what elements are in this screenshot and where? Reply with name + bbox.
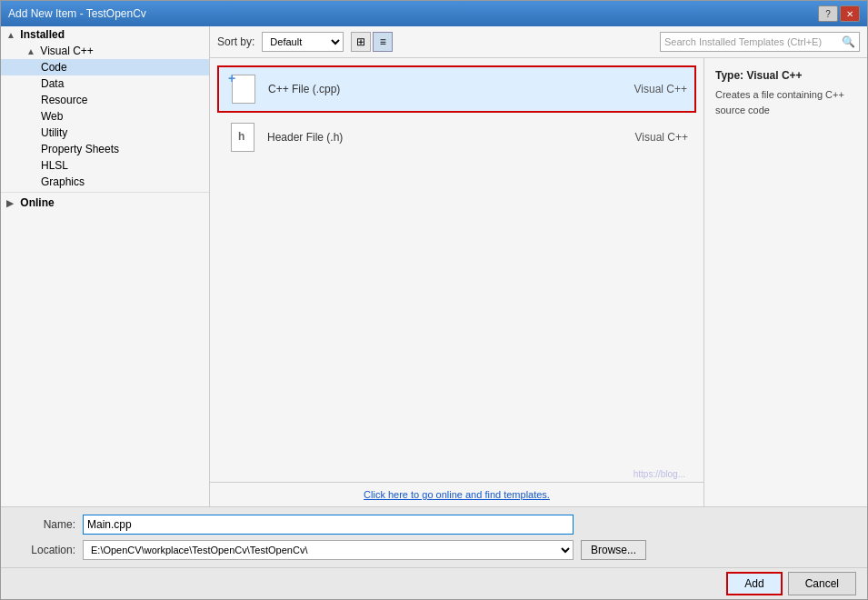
help-button[interactable]: ?: [818, 5, 838, 22]
left-panel: ▲ Installed ▲ Visual C++ Code Data Resou…: [1, 26, 210, 506]
tree-separator: [1, 192, 209, 193]
online-node[interactable]: ▶ Online: [1, 195, 209, 211]
info-panel: Type: Visual C++ Creates a file containi…: [703, 58, 867, 506]
online-label: Online: [20, 196, 54, 209]
installed-node[interactable]: ▲ Installed: [1, 26, 209, 43]
template-item-cpp[interactable]: + C++ File (.cpp) Visual C++: [217, 65, 696, 113]
sidebar-item-label: Graphics: [41, 175, 85, 188]
visual-cpp-node[interactable]: ▲ Visual C++: [1, 43, 209, 59]
template-type-cpp: Visual C++: [634, 83, 687, 95]
online-link-bar: Click here to go online and find templat…: [210, 482, 703, 506]
browse-button[interactable]: Browse...: [581, 540, 646, 560]
location-select[interactable]: E:\OpenCV\workplace\TestOpenCv\TestOpenC…: [83, 540, 574, 560]
watermark: https://blog...: [634, 469, 685, 479]
expand-icon-online: ▶: [6, 198, 17, 208]
header-file-icon: h: [225, 121, 258, 154]
sidebar-item-graphics[interactable]: Graphics: [1, 174, 209, 190]
template-type-h: Visual C++: [635, 131, 688, 144]
close-button[interactable]: ✕: [840, 5, 860, 22]
titlebar: Add New Item - TestOpenCv ? ✕: [1, 1, 867, 26]
list-view-button[interactable]: ≡: [373, 32, 393, 52]
sidebar-item-resource[interactable]: Resource: [1, 92, 209, 108]
sort-label: Sort by:: [217, 35, 254, 48]
templates-area: + C++ File (.cpp) Visual C++ h: [210, 58, 867, 506]
action-buttons: Add Cancel: [1, 567, 867, 599]
online-link[interactable]: Click here to go online and find templat…: [364, 489, 550, 500]
expand-icon-cpp: ▲: [26, 46, 37, 56]
toolbar: Sort by: Default ⊞ ≡ Search Installed Te…: [210, 26, 867, 58]
titlebar-buttons: ? ✕: [818, 5, 860, 22]
main-content: ▲ Installed ▲ Visual C++ Code Data Resou…: [1, 26, 867, 506]
sidebar-item-label: HLSL: [41, 159, 68, 172]
plus-icon: +: [228, 71, 235, 85]
sidebar-item-code[interactable]: Code: [1, 59, 209, 75]
sidebar-item-web[interactable]: Web: [1, 108, 209, 125]
right-panel: Sort by: Default ⊞ ≡ Search Installed Te…: [210, 26, 867, 506]
sidebar-item-label: Property Sheets: [41, 143, 119, 155]
installed-label: Installed: [20, 28, 65, 41]
sidebar-item-hlsl[interactable]: HLSL: [1, 157, 209, 174]
location-row: Location: E:\OpenCV\workplace\TestOpenCv…: [12, 540, 856, 560]
template-name-cpp: C++ File (.cpp): [268, 83, 625, 95]
template-name-h: Header File (.h): [267, 131, 626, 144]
search-box[interactable]: Search Installed Templates (Ctrl+E) 🔍: [660, 32, 860, 52]
sidebar-item-utility[interactable]: Utility: [1, 125, 209, 141]
info-type: Type: Visual C++: [715, 69, 856, 82]
template-item-h[interactable]: h Header File (.h) Visual C++: [217, 115, 696, 160]
visual-cpp-label: Visual C++: [40, 45, 93, 57]
templates-list: + C++ File (.cpp) Visual C++ h: [210, 58, 703, 482]
name-label: Name:: [12, 518, 75, 531]
type-prefix: Type:: [715, 69, 746, 82]
templates-container: + C++ File (.cpp) Visual C++ h: [210, 58, 703, 506]
grid-view-button[interactable]: ⊞: [351, 32, 371, 52]
sort-select[interactable]: Default: [262, 32, 344, 52]
sidebar-item-label: Data: [41, 77, 64, 90]
expand-icon: ▲: [6, 30, 17, 40]
sidebar-item-label: Code: [41, 61, 67, 74]
view-buttons: ⊞ ≡: [351, 32, 393, 52]
sidebar-item-property-sheets[interactable]: Property Sheets: [1, 141, 209, 157]
search-icon: 🔍: [842, 35, 855, 48]
location-label: Location:: [12, 544, 75, 556]
add-button[interactable]: Add: [726, 572, 782, 595]
name-input[interactable]: [83, 515, 574, 535]
bottom-bar: Name: Location: E:\OpenCV\workplace\Test…: [1, 506, 867, 567]
search-placeholder: Search Installed Templates (Ctrl+E): [664, 36, 840, 47]
h-letter-icon: h: [238, 130, 244, 143]
sidebar-item-label: Utility: [41, 126, 67, 139]
type-value: Visual C++: [746, 69, 802, 82]
cancel-button[interactable]: Cancel: [788, 572, 856, 595]
sidebar-item-label: Web: [41, 110, 63, 123]
dialog-title: Add New Item - TestOpenCv: [8, 7, 146, 20]
name-row: Name:: [12, 515, 856, 535]
info-description: Creates a file containing C++ source cod…: [715, 87, 856, 117]
sidebar-item-label: Resource: [41, 94, 87, 106]
cpp-file-icon: +: [226, 73, 259, 105]
add-new-item-dialog: Add New Item - TestOpenCv ? ✕ ▲ Installe…: [0, 0, 868, 600]
sidebar-item-data[interactable]: Data: [1, 75, 209, 92]
